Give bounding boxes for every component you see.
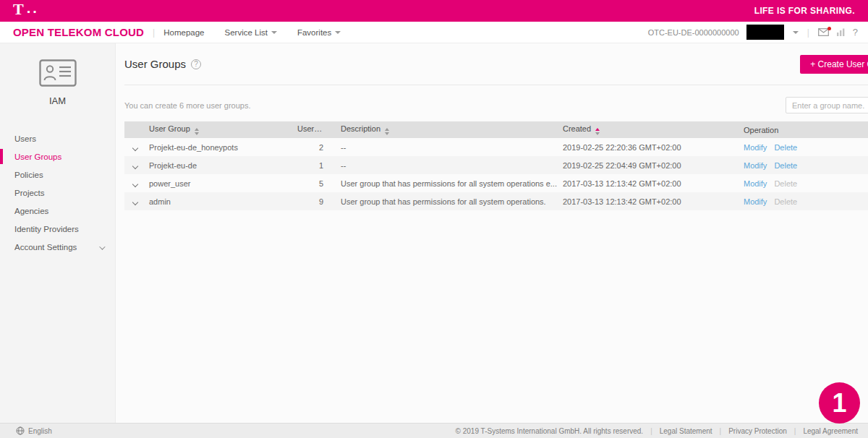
- group-name: power_user: [146, 179, 294, 188]
- chevron-down-icon: [99, 243, 103, 252]
- sort-icon[interactable]: [385, 128, 389, 135]
- sidebar-item-label: Projects: [14, 189, 45, 197]
- chevron-down-icon: [335, 31, 341, 34]
- telekom-dots: ··: [27, 4, 39, 19]
- account-dropdown-caret-icon[interactable]: [793, 31, 799, 34]
- col-user-group: User Group: [146, 124, 294, 135]
- mail-icon[interactable]: [818, 28, 829, 36]
- sidebar-item-agencies[interactable]: Agencies: [0, 202, 115, 220]
- body: IAM Users User Groups Policies Projects …: [0, 43, 868, 423]
- footer-separator: |: [794, 427, 796, 435]
- legal-statement-link[interactable]: Legal Statement: [660, 427, 712, 435]
- help-icon[interactable]: ?: [853, 27, 858, 38]
- group-search-input[interactable]: [792, 101, 868, 110]
- table-row: Projekt-eu-de 1 -- 2019-02-25 22:04:49 G…: [124, 156, 868, 174]
- expand-chevron-icon[interactable]: [132, 181, 138, 186]
- globe-icon: [16, 426, 25, 435]
- group-name: Projekt-eu-de_honeypots: [146, 143, 294, 152]
- create-user-group-button[interactable]: + Create User Group: [800, 55, 868, 74]
- account-id-text: OTC-EU-DE-0000000000: [648, 28, 739, 37]
- redacted-account-name: [746, 25, 784, 40]
- service-name: IAM: [0, 95, 115, 106]
- service-header: IAM: [0, 43, 115, 116]
- title-row: User Groups ? + Create User Group: [124, 43, 868, 85]
- table-row: admin 9 User group that has permissions …: [124, 192, 868, 210]
- users-count: 1: [294, 161, 331, 170]
- sidebar-item-label: Account Settings: [14, 243, 77, 252]
- sort-icon[interactable]: [195, 128, 199, 135]
- navbar-right-cluster: OTC-EU-DE-0000000000 | ?: [648, 25, 858, 40]
- main-content: User Groups ? + Create User Group You ca…: [116, 43, 868, 423]
- legal-agreement-link[interactable]: Legal Agreement: [803, 427, 858, 435]
- table-header-row: User Group Users Description Created Ope…: [124, 121, 868, 138]
- group-name: Projekt-eu-de: [146, 161, 294, 170]
- delete-link[interactable]: Delete: [774, 179, 797, 188]
- modify-link[interactable]: Modify: [744, 143, 767, 152]
- sidebar-item-label: Policies: [14, 171, 43, 179]
- sidebar-item-projects[interactable]: Projects: [0, 184, 115, 202]
- toolbar-row: You can create 6 more user groups.: [124, 97, 868, 113]
- delete-link[interactable]: Delete: [774, 161, 797, 170]
- modify-link[interactable]: Modify: [744, 179, 767, 188]
- delete-link[interactable]: Delete: [774, 197, 797, 206]
- privacy-protection-link[interactable]: Privacy Protection: [728, 427, 787, 435]
- col-description: Description: [331, 124, 560, 135]
- modify-link[interactable]: Modify: [744, 161, 767, 170]
- expand-chevron-icon[interactable]: [132, 199, 138, 205]
- sidebar-item-identity-providers[interactable]: Identity Providers: [0, 220, 115, 238]
- iam-card-icon: [39, 59, 77, 90]
- users-count: 2: [294, 143, 331, 152]
- slogan-text: LIFE IS FOR SHARING.: [754, 6, 855, 16]
- sort-icon[interactable]: [323, 128, 327, 135]
- sidebar-item-account-settings[interactable]: Account Settings: [0, 238, 115, 256]
- language-selector[interactable]: English: [16, 426, 52, 435]
- sidebar-item-users[interactable]: Users: [0, 129, 115, 147]
- group-search-box: [786, 97, 868, 113]
- sidebar-item-policies[interactable]: Policies: [0, 166, 115, 184]
- col-users: Users: [294, 124, 331, 135]
- nav-separator: |: [153, 27, 155, 38]
- step-annotation-badge: 1: [819, 382, 860, 424]
- chevron-down-icon: [271, 31, 277, 34]
- users-count: 5: [294, 179, 331, 188]
- created-timestamp: 2019-02-25 22:04:49 GMT+02:00: [560, 161, 741, 170]
- top-navigation: Homepage Service List Favorites: [163, 28, 341, 37]
- expand-chevron-icon[interactable]: [132, 145, 138, 150]
- page-title: User Groups: [124, 58, 186, 70]
- modify-link[interactable]: Modify: [744, 197, 767, 206]
- icon-separator: |: [807, 27, 809, 38]
- table-row: power_user 5 User group that has permiss…: [124, 174, 868, 192]
- users-count: 9: [294, 197, 331, 206]
- group-description: User group that has permissions for all …: [331, 197, 560, 206]
- nav-favorites[interactable]: Favorites: [297, 28, 341, 37]
- group-name: admin: [146, 197, 294, 206]
- quota-note: You can create 6 more user groups.: [124, 101, 250, 110]
- footer-separator: |: [650, 427, 652, 435]
- nav-service-list[interactable]: Service List: [225, 28, 277, 37]
- expand-chevron-icon[interactable]: [132, 163, 138, 168]
- user-groups-table: User Group Users Description Created Ope…: [124, 121, 868, 210]
- nav-homepage[interactable]: Homepage: [163, 28, 204, 37]
- sidebar-item-user-groups[interactable]: User Groups: [0, 147, 115, 166]
- sidebar-menu: Users User Groups Policies Projects Agen…: [0, 129, 115, 256]
- sidebar-item-label: Users: [14, 134, 36, 143]
- footer: English © 2019 T-Systems International G…: [0, 423, 868, 438]
- group-description: User group that has permissions for all …: [331, 179, 560, 188]
- top-brand-bar: T ·· LIFE IS FOR SHARING.: [0, 0, 868, 22]
- brand-title[interactable]: OPEN TELEKOM CLOUD: [13, 26, 144, 38]
- delete-link[interactable]: Delete: [774, 143, 797, 152]
- nav-service-list-label: Service List: [225, 28, 268, 37]
- copyright-text: © 2019 T-Systems International GmbH. All…: [456, 427, 644, 435]
- col-operation: Operation: [741, 126, 868, 134]
- col-label: Description: [341, 124, 380, 133]
- telekom-t: T: [13, 1, 24, 17]
- col-label: Users: [297, 124, 322, 133]
- col-label: Created: [563, 124, 591, 133]
- stats-icon[interactable]: [836, 28, 846, 36]
- title-help-icon[interactable]: ?: [191, 59, 201, 69]
- created-timestamp: 2017-03-13 12:13:42 GMT+02:00: [560, 197, 741, 206]
- sort-icon-active[interactable]: [595, 128, 600, 135]
- sidebar-item-label: User Groups: [14, 153, 61, 161]
- telekom-logo-icon[interactable]: T ··: [13, 3, 39, 19]
- notification-dot: [827, 27, 831, 30]
